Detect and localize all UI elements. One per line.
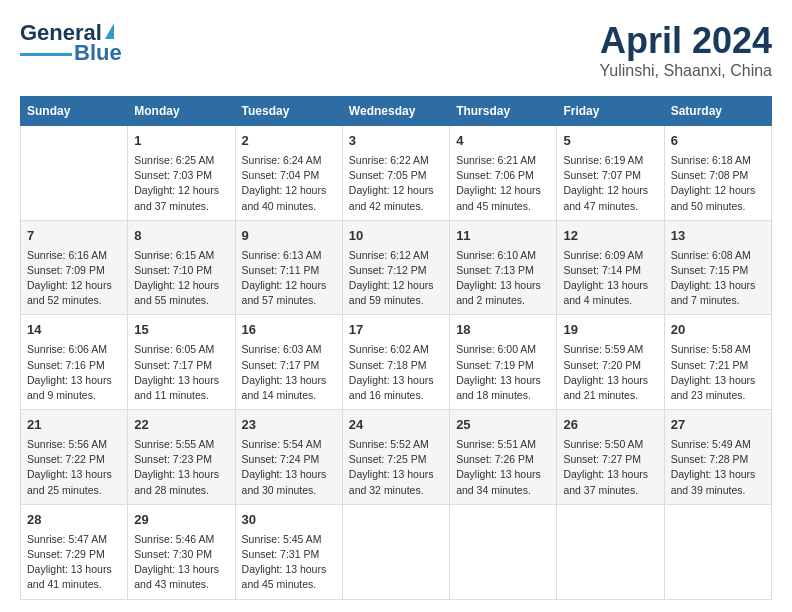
calendar-cell: 16Sunrise: 6:03 AM Sunset: 7:17 PM Dayli… — [235, 315, 342, 410]
calendar-cell: 26Sunrise: 5:50 AM Sunset: 7:27 PM Dayli… — [557, 410, 664, 505]
calendar-week-4: 21Sunrise: 5:56 AM Sunset: 7:22 PM Dayli… — [21, 410, 772, 505]
calendar-cell: 1Sunrise: 6:25 AM Sunset: 7:03 PM Daylig… — [128, 126, 235, 221]
calendar-header: SundayMondayTuesdayWednesdayThursdayFrid… — [21, 97, 772, 126]
calendar-cell: 12Sunrise: 6:09 AM Sunset: 7:14 PM Dayli… — [557, 220, 664, 315]
day-info: Sunrise: 6:19 AM Sunset: 7:07 PM Dayligh… — [563, 153, 657, 214]
day-number: 10 — [349, 227, 443, 246]
day-info: Sunrise: 5:47 AM Sunset: 7:29 PM Dayligh… — [27, 532, 121, 593]
day-number: 29 — [134, 511, 228, 530]
day-number: 5 — [563, 132, 657, 151]
day-info: Sunrise: 6:18 AM Sunset: 7:08 PM Dayligh… — [671, 153, 765, 214]
day-info: Sunrise: 6:15 AM Sunset: 7:10 PM Dayligh… — [134, 248, 228, 309]
day-info: Sunrise: 6:00 AM Sunset: 7:19 PM Dayligh… — [456, 342, 550, 403]
day-info: Sunrise: 6:10 AM Sunset: 7:13 PM Dayligh… — [456, 248, 550, 309]
day-number: 27 — [671, 416, 765, 435]
calendar-cell: 30Sunrise: 5:45 AM Sunset: 7:31 PM Dayli… — [235, 504, 342, 599]
calendar-cell: 15Sunrise: 6:05 AM Sunset: 7:17 PM Dayli… — [128, 315, 235, 410]
day-info: Sunrise: 5:59 AM Sunset: 7:20 PM Dayligh… — [563, 342, 657, 403]
calendar-cell — [21, 126, 128, 221]
day-number: 16 — [242, 321, 336, 340]
calendar-cell: 2Sunrise: 6:24 AM Sunset: 7:04 PM Daylig… — [235, 126, 342, 221]
day-info: Sunrise: 5:56 AM Sunset: 7:22 PM Dayligh… — [27, 437, 121, 498]
day-number: 20 — [671, 321, 765, 340]
header-cell-friday: Friday — [557, 97, 664, 126]
day-info: Sunrise: 5:55 AM Sunset: 7:23 PM Dayligh… — [134, 437, 228, 498]
day-info: Sunrise: 6:21 AM Sunset: 7:06 PM Dayligh… — [456, 153, 550, 214]
day-info: Sunrise: 6:25 AM Sunset: 7:03 PM Dayligh… — [134, 153, 228, 214]
day-number: 1 — [134, 132, 228, 151]
logo: General Blue — [20, 20, 122, 66]
calendar-cell: 25Sunrise: 5:51 AM Sunset: 7:26 PM Dayli… — [450, 410, 557, 505]
calendar-title: April 2024 — [599, 20, 772, 62]
day-info: Sunrise: 6:24 AM Sunset: 7:04 PM Dayligh… — [242, 153, 336, 214]
calendar-cell — [342, 504, 449, 599]
day-info: Sunrise: 6:12 AM Sunset: 7:12 PM Dayligh… — [349, 248, 443, 309]
calendar-cell: 4Sunrise: 6:21 AM Sunset: 7:06 PM Daylig… — [450, 126, 557, 221]
calendar-cell — [450, 504, 557, 599]
day-info: Sunrise: 6:05 AM Sunset: 7:17 PM Dayligh… — [134, 342, 228, 403]
day-number: 7 — [27, 227, 121, 246]
day-number: 24 — [349, 416, 443, 435]
page-header: General Blue April 2024 Yulinshi, Shaanx… — [20, 20, 772, 80]
calendar-cell: 24Sunrise: 5:52 AM Sunset: 7:25 PM Dayli… — [342, 410, 449, 505]
calendar-cell: 9Sunrise: 6:13 AM Sunset: 7:11 PM Daylig… — [235, 220, 342, 315]
calendar-body: 1Sunrise: 6:25 AM Sunset: 7:03 PM Daylig… — [21, 126, 772, 600]
day-info: Sunrise: 6:02 AM Sunset: 7:18 PM Dayligh… — [349, 342, 443, 403]
calendar-cell: 29Sunrise: 5:46 AM Sunset: 7:30 PM Dayli… — [128, 504, 235, 599]
calendar-cell — [557, 504, 664, 599]
day-info: Sunrise: 5:54 AM Sunset: 7:24 PM Dayligh… — [242, 437, 336, 498]
day-number: 28 — [27, 511, 121, 530]
calendar-week-5: 28Sunrise: 5:47 AM Sunset: 7:29 PM Dayli… — [21, 504, 772, 599]
day-number: 19 — [563, 321, 657, 340]
day-number: 17 — [349, 321, 443, 340]
calendar-cell: 13Sunrise: 6:08 AM Sunset: 7:15 PM Dayli… — [664, 220, 771, 315]
day-info: Sunrise: 6:22 AM Sunset: 7:05 PM Dayligh… — [349, 153, 443, 214]
day-number: 30 — [242, 511, 336, 530]
day-info: Sunrise: 5:51 AM Sunset: 7:26 PM Dayligh… — [456, 437, 550, 498]
calendar-cell — [664, 504, 771, 599]
header-cell-wednesday: Wednesday — [342, 97, 449, 126]
header-row: SundayMondayTuesdayWednesdayThursdayFrid… — [21, 97, 772, 126]
day-number: 6 — [671, 132, 765, 151]
logo-line-icon — [20, 53, 72, 56]
calendar-cell: 22Sunrise: 5:55 AM Sunset: 7:23 PM Dayli… — [128, 410, 235, 505]
day-info: Sunrise: 6:08 AM Sunset: 7:15 PM Dayligh… — [671, 248, 765, 309]
header-cell-saturday: Saturday — [664, 97, 771, 126]
day-number: 12 — [563, 227, 657, 246]
day-number: 8 — [134, 227, 228, 246]
day-info: Sunrise: 6:06 AM Sunset: 7:16 PM Dayligh… — [27, 342, 121, 403]
calendar-cell: 7Sunrise: 6:16 AM Sunset: 7:09 PM Daylig… — [21, 220, 128, 315]
day-info: Sunrise: 5:52 AM Sunset: 7:25 PM Dayligh… — [349, 437, 443, 498]
logo-blue-text: Blue — [74, 40, 122, 66]
calendar-cell: 5Sunrise: 6:19 AM Sunset: 7:07 PM Daylig… — [557, 126, 664, 221]
calendar-week-3: 14Sunrise: 6:06 AM Sunset: 7:16 PM Dayli… — [21, 315, 772, 410]
header-cell-tuesday: Tuesday — [235, 97, 342, 126]
day-number: 22 — [134, 416, 228, 435]
day-info: Sunrise: 6:03 AM Sunset: 7:17 PM Dayligh… — [242, 342, 336, 403]
day-info: Sunrise: 5:50 AM Sunset: 7:27 PM Dayligh… — [563, 437, 657, 498]
calendar-cell: 8Sunrise: 6:15 AM Sunset: 7:10 PM Daylig… — [128, 220, 235, 315]
calendar-subtitle: Yulinshi, Shaanxi, China — [599, 62, 772, 80]
calendar-week-2: 7Sunrise: 6:16 AM Sunset: 7:09 PM Daylig… — [21, 220, 772, 315]
day-number: 25 — [456, 416, 550, 435]
calendar-table: SundayMondayTuesdayWednesdayThursdayFrid… — [20, 96, 772, 600]
logo-triangle-icon — [105, 23, 114, 39]
day-number: 11 — [456, 227, 550, 246]
day-number: 4 — [456, 132, 550, 151]
calendar-cell: 17Sunrise: 6:02 AM Sunset: 7:18 PM Dayli… — [342, 315, 449, 410]
day-info: Sunrise: 6:13 AM Sunset: 7:11 PM Dayligh… — [242, 248, 336, 309]
calendar-week-1: 1Sunrise: 6:25 AM Sunset: 7:03 PM Daylig… — [21, 126, 772, 221]
calendar-cell: 21Sunrise: 5:56 AM Sunset: 7:22 PM Dayli… — [21, 410, 128, 505]
day-number: 18 — [456, 321, 550, 340]
day-info: Sunrise: 5:49 AM Sunset: 7:28 PM Dayligh… — [671, 437, 765, 498]
day-number: 23 — [242, 416, 336, 435]
calendar-cell: 6Sunrise: 6:18 AM Sunset: 7:08 PM Daylig… — [664, 126, 771, 221]
calendar-cell: 28Sunrise: 5:47 AM Sunset: 7:29 PM Dayli… — [21, 504, 128, 599]
day-info: Sunrise: 6:16 AM Sunset: 7:09 PM Dayligh… — [27, 248, 121, 309]
calendar-cell: 14Sunrise: 6:06 AM Sunset: 7:16 PM Dayli… — [21, 315, 128, 410]
calendar-cell: 19Sunrise: 5:59 AM Sunset: 7:20 PM Dayli… — [557, 315, 664, 410]
day-number: 26 — [563, 416, 657, 435]
day-number: 2 — [242, 132, 336, 151]
day-number: 13 — [671, 227, 765, 246]
day-info: Sunrise: 6:09 AM Sunset: 7:14 PM Dayligh… — [563, 248, 657, 309]
